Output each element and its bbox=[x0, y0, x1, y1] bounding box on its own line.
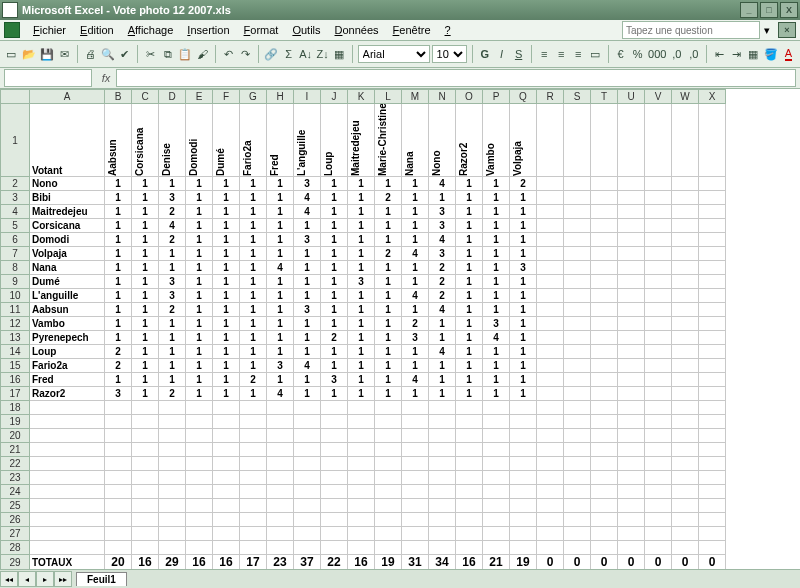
vote-cell[interactable]: 1 bbox=[456, 359, 483, 373]
vote-cell[interactable]: 1 bbox=[240, 191, 267, 205]
vote-cell[interactable]: 1 bbox=[213, 275, 240, 289]
vote-cell[interactable]: 1 bbox=[321, 289, 348, 303]
worksheet-area[interactable]: ABCDEFGHIJKLMNOPQRSTUVWX1VotantAabsunCor… bbox=[0, 89, 800, 569]
total-cell[interactable]: 19 bbox=[375, 555, 402, 570]
vote-cell[interactable]: 1 bbox=[267, 219, 294, 233]
vote-cell[interactable]: 1 bbox=[510, 387, 537, 401]
vote-cell[interactable]: 3 bbox=[510, 261, 537, 275]
vote-cell[interactable]: 1 bbox=[240, 289, 267, 303]
open-icon[interactable]: 📂 bbox=[21, 43, 37, 65]
col-header-M[interactable]: M bbox=[402, 90, 429, 104]
vote-cell[interactable]: 1 bbox=[348, 191, 375, 205]
row-header-26[interactable]: 26 bbox=[1, 513, 30, 527]
total-cell[interactable]: 37 bbox=[294, 555, 321, 570]
row-header-25[interactable]: 25 bbox=[1, 499, 30, 513]
vote-cell[interactable]: 1 bbox=[105, 317, 132, 331]
vote-cell[interactable]: 1 bbox=[510, 303, 537, 317]
vote-cell[interactable]: 1 bbox=[132, 345, 159, 359]
vote-cell[interactable]: 1 bbox=[159, 177, 186, 191]
total-cell[interactable]: 20 bbox=[105, 555, 132, 570]
vote-cell[interactable]: 1 bbox=[267, 205, 294, 219]
voter-head[interactable]: Dumé bbox=[213, 104, 240, 177]
voter-head[interactable]: Maitredejeu bbox=[348, 104, 375, 177]
voter-head[interactable]: Fario2a bbox=[240, 104, 267, 177]
vote-cell[interactable]: 1 bbox=[294, 219, 321, 233]
fill-color-icon[interactable]: 🪣 bbox=[763, 43, 779, 65]
cell-votant-header[interactable]: Votant bbox=[30, 104, 105, 177]
close-button[interactable]: X bbox=[780, 2, 798, 18]
vote-cell[interactable]: 1 bbox=[456, 205, 483, 219]
vote-cell[interactable]: 1 bbox=[510, 373, 537, 387]
vote-cell[interactable]: 2 bbox=[375, 191, 402, 205]
vote-cell[interactable]: 1 bbox=[105, 261, 132, 275]
vote-cell[interactable]: 1 bbox=[294, 345, 321, 359]
votant-name[interactable]: Maitredejeu bbox=[30, 205, 105, 219]
vote-cell[interactable]: 3 bbox=[294, 233, 321, 247]
col-header-D[interactable]: D bbox=[159, 90, 186, 104]
total-cell[interactable]: 16 bbox=[348, 555, 375, 570]
votant-name[interactable]: Aabsun bbox=[30, 303, 105, 317]
font-color-icon[interactable]: A bbox=[781, 43, 796, 65]
vote-cell[interactable]: 1 bbox=[159, 331, 186, 345]
vote-cell[interactable]: 1 bbox=[348, 177, 375, 191]
vote-cell[interactable]: 1 bbox=[456, 191, 483, 205]
vote-cell[interactable]: 1 bbox=[186, 303, 213, 317]
vote-cell[interactable]: 1 bbox=[213, 303, 240, 317]
vote-cell[interactable]: 1 bbox=[456, 303, 483, 317]
vote-cell[interactable]: 1 bbox=[294, 247, 321, 261]
bold-icon[interactable]: G bbox=[477, 43, 492, 65]
total-cell[interactable]: 17 bbox=[240, 555, 267, 570]
align-right-icon[interactable]: ≡ bbox=[571, 43, 586, 65]
vote-cell[interactable]: 1 bbox=[321, 359, 348, 373]
vote-cell[interactable]: 2 bbox=[321, 331, 348, 345]
vote-cell[interactable]: 1 bbox=[213, 191, 240, 205]
vote-cell[interactable]: 1 bbox=[240, 331, 267, 345]
vote-cell[interactable]: 1 bbox=[294, 373, 321, 387]
vote-cell[interactable]: 1 bbox=[240, 233, 267, 247]
vote-cell[interactable]: 1 bbox=[105, 205, 132, 219]
vote-cell[interactable]: 3 bbox=[294, 177, 321, 191]
vote-cell[interactable]: 1 bbox=[159, 317, 186, 331]
votant-name[interactable]: Volpaja bbox=[30, 247, 105, 261]
vote-cell[interactable]: 1 bbox=[402, 177, 429, 191]
vote-cell[interactable]: 1 bbox=[294, 331, 321, 345]
vote-cell[interactable]: 1 bbox=[267, 317, 294, 331]
col-header-I[interactable]: I bbox=[294, 90, 321, 104]
menu-format[interactable]: Format bbox=[237, 22, 286, 38]
vote-cell[interactable]: 1 bbox=[186, 345, 213, 359]
link-icon[interactable]: 🔗 bbox=[263, 43, 279, 65]
vote-cell[interactable]: 1 bbox=[321, 345, 348, 359]
vote-cell[interactable]: 1 bbox=[105, 373, 132, 387]
vote-cell[interactable]: 1 bbox=[456, 275, 483, 289]
row-header-13[interactable]: 13 bbox=[1, 331, 30, 345]
vote-cell[interactable]: 3 bbox=[159, 275, 186, 289]
vote-cell[interactable]: 1 bbox=[132, 387, 159, 401]
vote-cell[interactable]: 1 bbox=[483, 359, 510, 373]
col-header-O[interactable]: O bbox=[456, 90, 483, 104]
vote-cell[interactable]: 1 bbox=[375, 261, 402, 275]
vote-cell[interactable]: 3 bbox=[294, 303, 321, 317]
vote-cell[interactable]: 1 bbox=[186, 387, 213, 401]
vote-cell[interactable]: 1 bbox=[186, 233, 213, 247]
vote-cell[interactable]: 1 bbox=[321, 177, 348, 191]
vote-cell[interactable]: 1 bbox=[510, 205, 537, 219]
vote-cell[interactable]: 1 bbox=[456, 289, 483, 303]
vote-cell[interactable]: 1 bbox=[267, 345, 294, 359]
vote-cell[interactable]: 1 bbox=[510, 359, 537, 373]
total-cell[interactable]: 34 bbox=[429, 555, 456, 570]
vote-cell[interactable]: 2 bbox=[429, 289, 456, 303]
voter-head[interactable]: Fred bbox=[267, 104, 294, 177]
row-header-8[interactable]: 8 bbox=[1, 261, 30, 275]
row-header-19[interactable]: 19 bbox=[1, 415, 30, 429]
col-header-K[interactable]: K bbox=[348, 90, 375, 104]
vote-cell[interactable]: 1 bbox=[456, 345, 483, 359]
vote-cell[interactable]: 1 bbox=[213, 373, 240, 387]
vote-cell[interactable]: 1 bbox=[132, 303, 159, 317]
row-header-9[interactable]: 9 bbox=[1, 275, 30, 289]
vote-cell[interactable]: 1 bbox=[348, 317, 375, 331]
vote-cell[interactable]: 1 bbox=[321, 303, 348, 317]
menu-fichier[interactable]: Fichier bbox=[26, 22, 73, 38]
col-header-Q[interactable]: Q bbox=[510, 90, 537, 104]
vote-cell[interactable]: 1 bbox=[186, 331, 213, 345]
menu-edition[interactable]: Edition bbox=[73, 22, 121, 38]
